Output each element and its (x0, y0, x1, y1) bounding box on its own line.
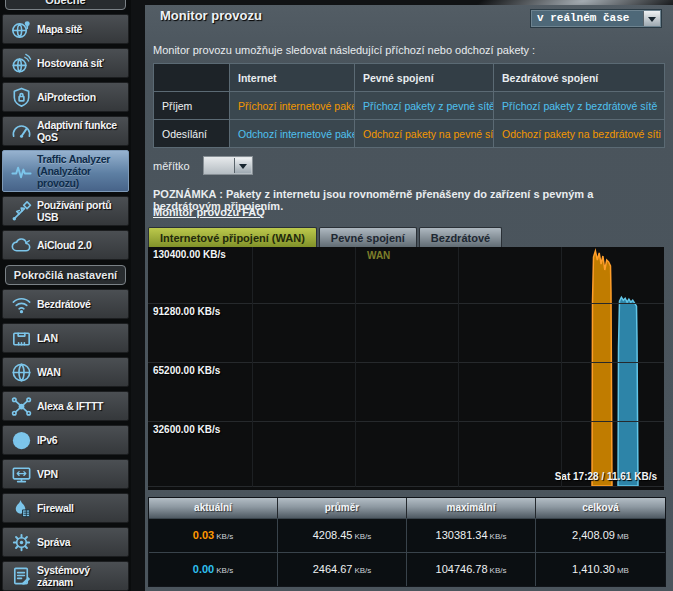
chart-tabs: Internetové připojení (WAN)Pevné spojení… (148, 227, 502, 248)
sidebar-item-firewall[interactable]: Firewall (2, 493, 129, 523)
stat-value: 2,408.09 (572, 529, 615, 541)
stat-value: 130381.34 (436, 529, 488, 541)
packet-table-col-header-internet: Internet (230, 64, 355, 92)
sidebar-item-syst-mov-z-znam[interactable]: Systémový záznam (2, 561, 129, 591)
traffic-wave-icon (5, 160, 37, 183)
gear-icon (5, 531, 37, 554)
svg-text:IPv6: IPv6 (14, 436, 28, 443)
packet-table-corner-cell (154, 64, 230, 92)
stat-unit: KB/s (216, 566, 233, 575)
sidebar-item-label: AiCloud 2.0 (37, 239, 126, 251)
sidebar-item-mapa-s-t[interactable]: Mapa sítě (2, 14, 129, 44)
sidebar-item-traffic-analyzer-analyz-tor-provozu[interactable]: Traffic Analyzer (Analyzátor provozu) (2, 150, 129, 192)
sidebar-item-bezdr-tov[interactable]: Bezdrátové (2, 289, 129, 319)
sidebar-item-hostovan-s[interactable]: Hostovaná síť (2, 48, 129, 78)
stat-unit: KB/s (354, 566, 371, 575)
wireless-icon (5, 293, 37, 316)
packet-option-odchoz-internetov-pakety[interactable]: Odchozí internetové pakety (230, 120, 355, 148)
packet-option-p-choz-pakety-z-bezdr-tov-s-t[interactable]: Příchozí pakety z bezdrátové sítě (494, 92, 665, 120)
stats-cell: 104746.78KB/s (407, 553, 536, 586)
packet-table-row-header-p-jem: Příjem (154, 92, 230, 120)
sidebar-item-label: Traffic Analyzer (Analyzátor provozu) (37, 153, 126, 189)
upload-spike (618, 297, 638, 486)
stats-row-odes-l-n: 0.00KB/s2464.67KB/s104746.78KB/s1,410.30… (149, 552, 665, 586)
alexa-network-icon (5, 395, 37, 418)
packet-table-row: PříjemPříchozí internetové paketyPříchoz… (154, 92, 665, 120)
tab-internetov-p-ipojen-wan[interactable]: Internetové připojení (WAN) (148, 227, 317, 248)
traffic-spikes (148, 247, 664, 490)
y-tick-label: 91280.00 KB/s (153, 306, 220, 317)
packet-option-odchoz-pakety-na-bezdr-tov-s-ti[interactable]: Odchozí pakety na bezdrátové síti (494, 120, 665, 148)
sidebar-item-lan[interactable]: LAN (2, 323, 129, 353)
stat-value: 4208.45 (313, 529, 353, 541)
tab-bezdr-tov[interactable]: Bezdrátové (419, 227, 502, 248)
packet-table-row-header-odes-l-n: Odesílání (154, 120, 230, 148)
chevron-down-icon[interactable] (234, 158, 251, 173)
sidebar-item-label: AiProtection (37, 91, 126, 103)
globe-icon (5, 361, 37, 384)
page-title: Monitor provozu (160, 8, 262, 23)
time-range-select[interactable]: v reálném čase (530, 9, 662, 28)
chevron-down-icon[interactable] (643, 11, 660, 26)
sidebar-item-label: Mapa sítě (37, 23, 126, 35)
sidebar-item-wan[interactable]: WAN (2, 357, 129, 387)
sidebar-item-spr-va[interactable]: Správa (2, 527, 129, 557)
vpn-monitor-icon (5, 463, 37, 486)
sidebar-item-label: Systémový záznam (37, 564, 126, 588)
stats-header-aktu-ln: aktuální (149, 498, 278, 518)
traffic-chart: WAN Sat 17:28 / 11.61 KB/s 130400.00 KB/… (148, 247, 664, 490)
sidebar-item-alexa-ifttt[interactable]: Alexa & IFTTT (2, 391, 129, 421)
sidebar-item-label: VPN (37, 468, 126, 480)
stats-cell: 4208.45KB/s (278, 519, 407, 552)
scale-select[interactable] (203, 156, 253, 175)
sidebar-item-pou-v-n-port-usb[interactable]: Používání portů USB (2, 196, 129, 226)
v-gridline (458, 247, 459, 487)
network-map-icon (5, 18, 37, 41)
y-tick-label: 130400.00 KB/s (153, 249, 226, 260)
firewall-flame-icon (5, 497, 37, 520)
ipv6-icon: IPv6 (5, 429, 37, 452)
sidebar-item-label: Alexa & IFTTT (37, 400, 126, 412)
y-tick-label: 32600.00 KB/s (153, 424, 220, 435)
stats-header-pr-m-r: průměr (278, 498, 407, 518)
usb-icon (5, 200, 37, 223)
sidebar-section-header-pokro-il-nastaven: Pokročilá nastavení (5, 265, 126, 285)
sidebar-item-aiprotection[interactable]: AiProtection (2, 82, 129, 112)
stats-header-maxim-ln: maximální (407, 498, 536, 518)
lan-port-icon (5, 327, 37, 350)
sidebar-item-vpn[interactable]: VPN (2, 459, 129, 489)
sidebar-item-label: Adaptivní funkce QoS (37, 119, 126, 143)
h-gridline (148, 486, 664, 487)
sidebar-item-aicloud-2-0[interactable]: AiCloud 2.0 (2, 230, 129, 260)
sidebar-section-header-obecn: Obecné (5, 0, 126, 10)
sidebar-item-label: Používání portů USB (37, 199, 126, 223)
stats-cell: 0.03KB/s (149, 519, 278, 552)
stat-unit: MB (617, 532, 629, 541)
stat-value: 104746.78 (436, 563, 488, 575)
tab-pevn-spojen[interactable]: Pevné spojení (319, 227, 417, 248)
time-range-value: v reálném čase (537, 12, 629, 24)
packet-table-col-header-pevn-spojen: Pevné spojení (355, 64, 494, 92)
packet-option-p-choz-internetov-pakety[interactable]: Příchozí internetové pakety (230, 92, 355, 120)
packet-table-header-row: InternetPevné spojeníBezdrátové spojení (154, 64, 665, 92)
h-gridline (148, 362, 664, 363)
packet-option-odchoz-pakety-na-pevn-s-ti[interactable]: Odchozí pakety na pevné síti (355, 120, 494, 148)
sidebar-item-ipv6[interactable]: IPv6IPv6 (2, 425, 129, 455)
packet-option-p-choz-pakety-z-pevn-s-t[interactable]: Příchozí pakety z pevné sítě (355, 92, 494, 120)
sidebar-item-label: Správa (37, 536, 126, 548)
sidebar-item-adaptivn-funkce-qos[interactable]: Adaptivní funkce QoS (2, 116, 129, 146)
stat-unit: MB (617, 566, 629, 575)
packet-table-row: OdesíláníOdchozí internetové paketyOdcho… (154, 120, 665, 148)
stat-unit: KB/s (490, 566, 507, 575)
sidebar-item-label: WAN (37, 366, 126, 378)
stat-value: 0.03 (193, 529, 214, 541)
h-gridline (148, 421, 664, 422)
guest-network-icon (5, 52, 37, 75)
h-gridline (148, 303, 664, 304)
stats-header-celkov: celková (536, 498, 665, 518)
faq-link[interactable]: Monitor provozu FAQ (153, 206, 265, 218)
sidebar-item-label: Hostovaná síť (37, 57, 126, 69)
stats-cell: 2464.67KB/s (278, 553, 407, 586)
v-gridline (252, 247, 253, 487)
speedometer-icon (5, 120, 37, 143)
